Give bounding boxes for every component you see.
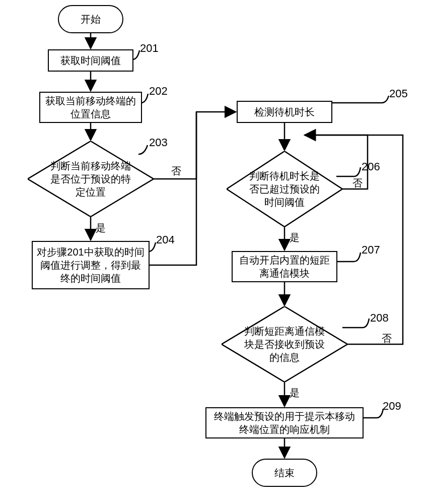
process-209: 终端触发预设的用于提示本移动终端位置的响应机制 [205,407,364,438]
label-205: 检测待机时长 [254,105,315,118]
process-205: 检测待机时长 [237,101,332,123]
label-end: 结束 [274,466,295,479]
decision-208: 判断短距离通信模块是否接收到预设的信息 [222,306,347,382]
label-202: 获取当前移动终端的位置信息 [44,94,137,120]
terminator-end: 结束 [252,459,317,487]
process-202: 获取当前移动终端的位置信息 [39,92,142,123]
ref-201: 201 [140,42,159,55]
label-206-no: 否 [352,176,363,190]
leader-208 [342,319,373,332]
leader-204 [149,242,159,256]
ref-206: 206 [362,160,380,173]
label-203: 判断当前移动终端是否位于预设的特定位置 [43,159,138,199]
label-203-yes: 是 [96,221,106,235]
label-206-yes: 是 [290,231,300,244]
ref-205: 205 [389,87,408,100]
label-204: 对步骤201中获取的时间阈值进行调整，得到最终的时间阈值 [37,245,145,285]
ref-209: 209 [383,400,401,413]
terminator-start: 开始 [58,5,123,33]
decision-206: 判断待机时长是否已超过预设的时间阈值 [227,151,342,227]
leader-205 [331,96,392,109]
label-203-no: 否 [171,164,181,178]
ref-202: 202 [149,85,168,98]
label-start: 开始 [81,13,101,26]
label-208: 判断短距离通信模块是否接收到预设的信息 [237,325,332,364]
leader-207 [336,253,364,266]
ref-208: 208 [370,311,389,325]
label-207: 自动开启内置的短距离通信模块 [237,254,332,280]
process-204: 对步骤201中获取的时间阈值进行调整，得到最终的时间阈值 [32,241,150,289]
leader-209 [363,409,385,422]
ref-204: 204 [156,233,175,246]
label-201: 获取时间阈值 [60,54,121,67]
decision-203: 判断当前移动终端是否位于预设的特定位置 [28,141,154,217]
leader-202 [141,94,151,107]
label-209: 终端触发预设的用于提示本移动终端位置的响应机制 [210,410,359,436]
leader-203 [138,145,151,159]
leader-201 [132,50,142,64]
ref-203: 203 [149,136,168,149]
ref-207: 207 [362,243,380,257]
label-208-yes: 是 [290,386,300,400]
label-208-no: 否 [382,332,392,345]
label-206: 判断待机时长是否已超过预设的时间阈值 [241,169,329,209]
process-207: 自动开启内置的短距离通信模块 [232,251,337,282]
process-201: 获取时间阈值 [48,49,133,72]
